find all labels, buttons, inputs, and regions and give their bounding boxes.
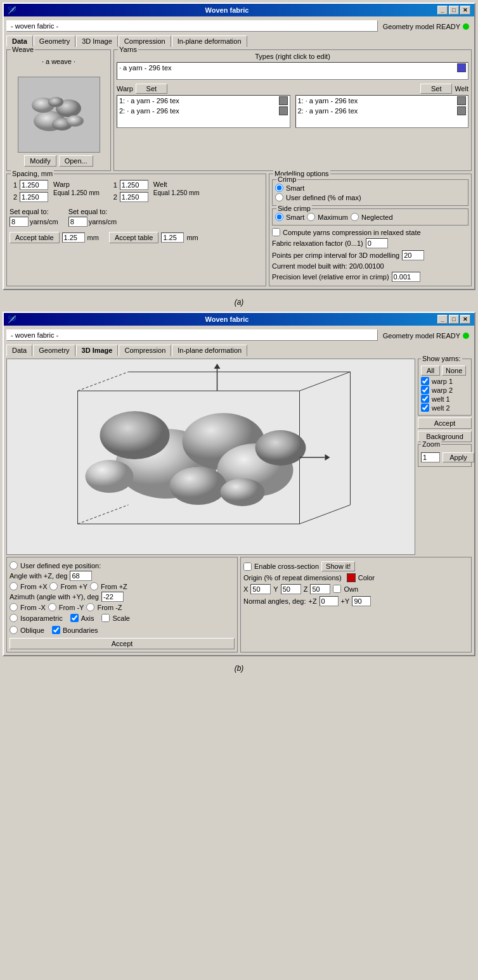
welt-mm-input[interactable]	[161, 232, 184, 243]
relaxation-input[interactable]	[366, 238, 388, 248]
warp-list[interactable]: 1: · a yarn - 296 tex 2: · a yarn - 296 …	[117, 95, 290, 128]
tab-3dimage-a[interactable]: 3D Image	[76, 35, 118, 47]
maximize-btn-b[interactable]: □	[449, 315, 459, 324]
svg-marker-27	[214, 364, 221, 369]
minimize-btn-b[interactable]: _	[437, 315, 448, 324]
zoom-input[interactable]	[421, 452, 440, 462]
tabs-a: Data Geometry 3D Image Compression In-pl…	[6, 35, 472, 47]
tab-data-b[interactable]: Data	[6, 345, 32, 356]
maximize-btn-a[interactable]: □	[449, 6, 459, 15]
eye-pos-radio[interactable]	[10, 561, 18, 570]
zoom-apply-btn[interactable]: Apply	[442, 452, 474, 462]
tab-geometry-b[interactable]: Geometry	[33, 345, 75, 356]
welt-item-1[interactable]: 1: · a yarn - 296 tex	[296, 96, 468, 106]
tab-compression-b[interactable]: Compression	[119, 345, 171, 356]
welt-item-2[interactable]: 2: · a yarn - 296 tex	[296, 106, 468, 116]
side-crimp-neg-radio[interactable]	[351, 213, 359, 221]
crimp-user-radio[interactable]	[275, 193, 283, 201]
types-label: Types (right click to edit)	[117, 53, 468, 60]
tab-3dimage-b[interactable]: 3D Image	[76, 345, 119, 356]
points-input[interactable]	[402, 250, 424, 260]
status-a: Geometry model READY	[380, 23, 472, 32]
azimuth-input[interactable]	[101, 592, 124, 602]
yarn-type-item-1[interactable]: · a yarn - 296 tex	[117, 63, 468, 73]
show-all-btn[interactable]: All	[421, 366, 440, 376]
welt-density-row: yarns/cm	[68, 217, 117, 227]
warp-accept-btn[interactable]: Accept table	[10, 232, 60, 243]
plus-z-input[interactable]	[320, 596, 339, 606]
boundaries-check[interactable]	[52, 626, 60, 634]
accept-btn-b[interactable]: Accept	[418, 417, 472, 429]
show-welt2-check[interactable]	[421, 404, 429, 412]
warp-item-2[interactable]: 2: · a yarn - 296 tex	[117, 106, 290, 116]
welt-spacing-row-2: 2	[110, 192, 148, 202]
iso-radio[interactable]	[10, 614, 18, 622]
tab-inplane-b[interactable]: In-plane deformation	[172, 345, 247, 356]
current-model-text: Current model built with: 20/0.00100	[272, 262, 384, 270]
welt-list[interactable]: 1: · a yarn - 296 tex 2: · a yarn - 296 …	[295, 95, 469, 128]
close-btn-b[interactable]: ✕	[460, 315, 470, 324]
warp-set-label: Set equal to:	[10, 208, 58, 215]
welt-accept-btn[interactable]: Accept table	[109, 232, 159, 243]
oblique-radio[interactable]	[10, 626, 18, 634]
show-it-btn[interactable]: Show it!	[321, 561, 355, 571]
own-check[interactable]	[333, 585, 341, 593]
show-none-btn[interactable]: None	[442, 366, 466, 376]
tab-data-a[interactable]: Data	[6, 35, 33, 47]
from-minus-z-radio[interactable]	[86, 603, 94, 611]
welt-set-label: Set equal to:	[68, 208, 117, 215]
y-input[interactable]	[281, 584, 301, 594]
warp-density-input[interactable]	[10, 217, 29, 227]
yarn-color-1	[457, 63, 466, 72]
crimp-label: Crimp	[276, 175, 297, 183]
scale-check[interactable]	[101, 614, 110, 622]
welt-spacing-2[interactable]	[120, 192, 148, 202]
open-btn[interactable]: Open...	[59, 155, 93, 167]
tab-geometry-a[interactable]: Geometry	[34, 35, 75, 47]
welt-set-btn[interactable]: Set	[420, 84, 452, 94]
spacing-inner: 1 2 Warp Equal 1.250 mm	[10, 179, 263, 205]
enable-cross-label: Enable cross-section	[254, 563, 319, 570]
eye-accept-btn[interactable]: Accept	[10, 638, 235, 649]
show-warp2-check[interactable]	[421, 386, 429, 394]
compute-checkbox[interactable]	[272, 228, 280, 236]
from-plus-z-radio[interactable]	[90, 582, 98, 590]
view3d[interactable]	[6, 359, 415, 555]
view-modes-row2: Oblique Boundaries	[10, 625, 235, 635]
weave-svg	[21, 80, 97, 150]
warp-set-btn[interactable]: Set	[136, 84, 167, 94]
z-input[interactable]	[310, 584, 330, 594]
precision-input[interactable]	[392, 272, 420, 282]
plus-y-input[interactable]	[352, 596, 371, 606]
from-plus-y-radio[interactable]	[49, 582, 58, 590]
from-minus-y-radio[interactable]	[48, 603, 56, 611]
tab-inplane-a[interactable]: In-plane deformation	[172, 35, 247, 47]
modify-btn[interactable]: Modify	[24, 155, 56, 167]
warp-item-1[interactable]: 1: · a yarn - 296 tex	[117, 96, 290, 106]
crimp-smart-radio[interactable]	[275, 184, 283, 192]
yarn-types-list[interactable]: · a yarn - 296 tex	[117, 62, 468, 80]
svg-point-21	[255, 430, 306, 466]
from-plus-x-radio[interactable]	[10, 582, 18, 590]
compute-label: Compute yarns compression in relaxed sta…	[283, 229, 421, 236]
close-btn-a[interactable]: ✕	[460, 6, 470, 15]
eye-position-section: User defined eye position: Angle with +Z…	[6, 557, 238, 652]
angle-input[interactable]	[70, 571, 92, 581]
side-crimp-max-radio[interactable]	[307, 213, 315, 221]
welt-density-input[interactable]	[68, 217, 87, 227]
warp-spacing-1[interactable]	[20, 180, 48, 190]
show-welt1-check[interactable]	[421, 395, 429, 403]
warp-spacing-2[interactable]	[20, 192, 48, 202]
minimize-btn-a[interactable]: _	[437, 6, 448, 15]
warp-mm-input[interactable]	[62, 232, 85, 243]
axis-check[interactable]	[70, 614, 79, 622]
welt-spacing-inputs: 1 2	[110, 179, 148, 203]
zoom-group: Zoom Apply	[418, 444, 472, 467]
side-crimp-smart-radio[interactable]	[275, 213, 283, 221]
enable-cross-check[interactable]	[243, 563, 252, 571]
from-minus-y-label: From -Y	[59, 604, 84, 611]
x-input[interactable]	[250, 584, 271, 594]
show-warp1-check[interactable]	[421, 377, 429, 385]
from-minus-x-radio[interactable]	[10, 603, 18, 611]
welt-spacing-1[interactable]	[120, 180, 148, 190]
